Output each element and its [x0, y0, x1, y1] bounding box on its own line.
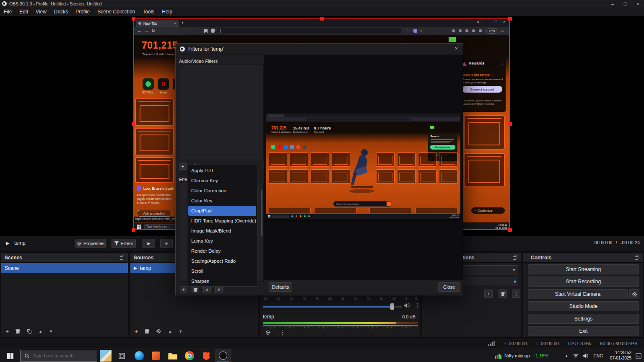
taskbar-search-box[interactable]	[20, 350, 97, 362]
taskbar-app-chrome[interactable]	[181, 349, 198, 362]
dialog-close-button[interactable]: ×	[454, 45, 458, 52]
scene-down-button[interactable]: ▼	[49, 329, 53, 334]
resize-handle-top-right[interactable]	[508, 17, 512, 21]
resize-handle-mid-left[interactable]	[132, 122, 135, 126]
media-play-button[interactable]: ▶	[143, 239, 155, 248]
menu-item-image-mask-blend[interactable]: Image Mask/Blend	[187, 226, 257, 236]
resize-handle-mid-right[interactable]	[508, 122, 512, 126]
minimize-button[interactable]: –	[606, 1, 619, 6]
menu-item-luma-key[interactable]: Luma Key	[187, 236, 257, 246]
dock-popout-icon[interactable]	[512, 255, 517, 260]
transition-properties-button[interactable]: ⋮	[512, 290, 520, 298]
menu-view[interactable]: View	[32, 9, 50, 15]
add-av-filter-button[interactable]: +	[179, 163, 187, 170]
tray-overflow-button[interactable]: ▴	[563, 349, 570, 362]
extension-icon	[479, 29, 482, 32]
volume-slider-track-filled[interactable]	[263, 306, 391, 308]
scene-list-item[interactable]: Scene	[1, 263, 128, 273]
mixer-options-icon[interactable]: ⋮	[415, 302, 420, 308]
start-recording-button[interactable]: Start Recording	[528, 277, 639, 287]
virtual-camera-settings-button[interactable]	[629, 289, 639, 299]
add-transition-button[interactable]: +	[484, 290, 493, 298]
scale-tick: -35	[327, 297, 332, 300]
menu-item-render-delay[interactable]: Render Delay	[187, 246, 257, 256]
media-stop-button[interactable]: ■	[160, 239, 173, 248]
menu-edit[interactable]: Edit	[16, 9, 32, 15]
menu-tools[interactable]: Tools	[139, 9, 158, 15]
dialog-titlebar[interactable]: Filters for 'temp' ×	[176, 44, 463, 54]
maximize-button[interactable]: □	[619, 1, 631, 6]
source-down-button[interactable]: ▼	[179, 329, 182, 334]
resize-handle-bottom-right[interactable]	[508, 228, 512, 232]
studio-mode-button[interactable]: Studio Mode	[528, 301, 639, 311]
settings-button[interactable]: Settings	[528, 314, 639, 324]
effect-list-scrollbar[interactable]	[261, 190, 262, 236]
plus-icon: +	[487, 291, 490, 296]
menu-item-chroma-key[interactable]: Chroma Key	[187, 176, 257, 186]
remove-transition-button[interactable]	[499, 290, 507, 298]
stock-ticker[interactable]: Nifty midcap +1.15%	[495, 349, 548, 362]
remove-source-button[interactable]	[145, 328, 149, 334]
menu-item-sharpen[interactable]: Sharpen	[187, 276, 257, 286]
volume-icon[interactable]	[583, 353, 589, 358]
effect-filter-down-button[interactable]: ∨	[215, 286, 223, 293]
menu-item-apply-lut[interactable]: Apply LUT	[187, 165, 257, 176]
person-illustration	[347, 146, 377, 194]
resize-handle-top-left[interactable]	[132, 17, 135, 21]
taskbar-app-office[interactable]	[148, 349, 164, 362]
dialog-close-button-bottom[interactable]: Close	[438, 282, 460, 292]
add-scene-button[interactable]: +	[5, 328, 9, 335]
scene-up-button[interactable]: ▲	[39, 329, 42, 334]
filters-button[interactable]: Filters	[112, 239, 136, 248]
menu-help[interactable]: Help	[158, 9, 176, 15]
menu-profile[interactable]: Profile	[72, 9, 93, 15]
start-virtual-camera-button[interactable]: Start Virtual Camera	[528, 289, 628, 299]
start-button[interactable]	[0, 349, 20, 362]
close-button[interactable]: ×	[631, 1, 644, 6]
notification-center-button[interactable]	[633, 349, 644, 362]
av-filters-list[interactable]	[179, 65, 264, 159]
defaults-button[interactable]: Defaults	[269, 282, 292, 292]
scene-filters-button[interactable]	[27, 329, 32, 334]
exit-button[interactable]: Exit	[528, 326, 639, 336]
source-up-button[interactable]: ▲	[168, 329, 172, 334]
resize-handle-top-center[interactable]	[320, 17, 324, 21]
taskbar-search-input[interactable]	[33, 353, 91, 358]
menu-item-hdr-tone-mapping[interactable]: HDR Tone Mapping (Override)	[187, 216, 257, 226]
resize-handle-bottom-left[interactable]	[132, 228, 135, 232]
menu-item-color-correction[interactable]: Color Correction	[187, 186, 257, 196]
remove-scene-button[interactable]	[16, 328, 20, 334]
plus-icon: +	[182, 287, 185, 292]
menu-item-scroll[interactable]: Scroll	[187, 266, 257, 276]
taskbar-clock[interactable]: 14:28:52 07-01-2025	[605, 350, 631, 361]
mixer-gear-button[interactable]	[265, 330, 271, 335]
volume-slider-handle[interactable]	[390, 303, 394, 310]
task-view-button[interactable]	[114, 349, 129, 362]
menu-item-scaling-aspect-ratio[interactable]: Scaling/Aspect Ratio	[187, 256, 257, 266]
taskbar-app-obs[interactable]	[215, 349, 231, 362]
effect-filter-up-button[interactable]: ∧	[203, 286, 211, 293]
menu-docks[interactable]: Docks	[50, 9, 72, 15]
start-streaming-button[interactable]: Start Streaming	[528, 264, 639, 274]
menu-file[interactable]: File	[0, 9, 16, 15]
menu-item-crop-pad[interactable]: Crop/Pad	[188, 206, 256, 216]
add-effect-filter-button[interactable]: +	[180, 286, 187, 293]
news-widget-icon[interactable]	[100, 350, 112, 362]
taskbar-app-explorer[interactable]	[164, 349, 181, 362]
remove-effect-filter-button[interactable]	[192, 286, 199, 293]
menu-scene-collection[interactable]: Scene Collection	[93, 9, 139, 15]
taskbar-app-edge[interactable]	[131, 349, 148, 362]
mixer-menu-button[interactable]: ⋮	[280, 329, 285, 336]
network-icon[interactable]	[573, 353, 579, 358]
add-source-button[interactable]: +	[135, 328, 138, 335]
taskbar-app-brave[interactable]	[198, 349, 215, 362]
menu-item-color-key[interactable]: Color Key	[187, 196, 257, 206]
dock-popout-icon[interactable]	[119, 255, 125, 260]
volume-slider-track-empty[interactable]	[394, 306, 402, 308]
spinner-down-icon[interactable]: ▾	[514, 282, 516, 283]
dock-popout-icon[interactable]	[634, 255, 639, 260]
speaker-icon[interactable]	[404, 303, 410, 308]
properties-button[interactable]: Properties	[75, 239, 106, 248]
source-properties-button[interactable]	[156, 328, 161, 334]
language-indicator[interactable]: ENG	[592, 349, 605, 362]
